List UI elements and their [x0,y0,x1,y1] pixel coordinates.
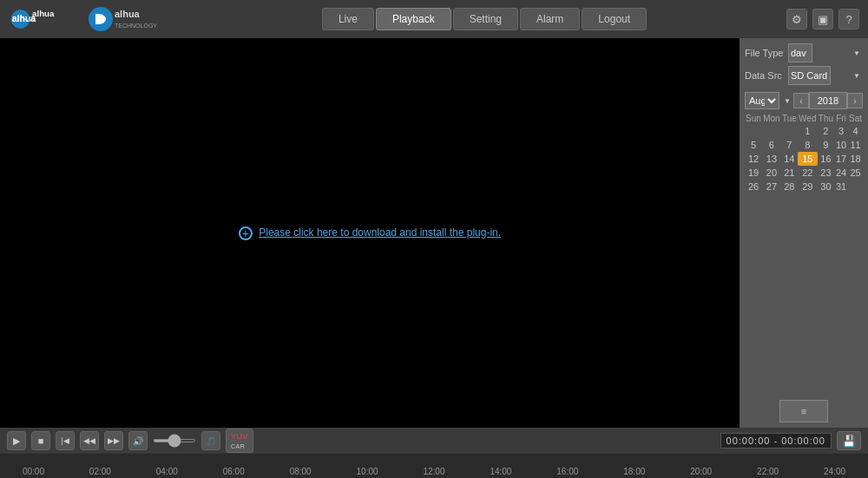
calendar-day-26[interactable]: 26 [745,180,762,193]
calendar-day-15[interactable]: 15 [798,152,818,166]
month-wrapper: AugJanFebMar AprMayJunJul SepOctNovDec [745,92,793,109]
calendar-day-1[interactable]: 1 [798,124,818,138]
play-button[interactable]: ▶ [7,431,26,450]
video-panel: + Please click here to download and inst… [0,38,740,428]
file-type-wrapper: dav mp4 [788,43,863,62]
stop-button[interactable]: ■ [31,431,50,450]
nav-logout[interactable]: Logout [582,8,647,30]
calendar-day-24[interactable]: 24 [834,166,848,180]
calendar-day-30[interactable]: 30 [818,180,834,193]
calendar-day-13[interactable]: 13 [762,152,781,166]
calendar-day-25[interactable]: 25 [848,166,863,180]
calendar-day-9[interactable]: 9 [818,138,834,152]
calendar-day-empty [848,180,863,193]
time-display: 00:00:00 - 00:00:00 [720,433,832,449]
calendar-day-21[interactable]: 21 [781,166,798,180]
logo-svg: alhua alhua alhua Dahua [9,5,87,33]
file-type-select[interactable]: dav mp4 [788,43,812,62]
calendar-day-14[interactable]: 14 [781,152,798,166]
data-src-wrapper: SD Card Remote [788,66,863,85]
timeline-labels: 00:0002:0004:0006:0008:0010:0012:0014:00… [0,467,868,478]
right-panel: File Type dav mp4 Data Src SD Card Remot… [740,38,868,428]
nav-setting[interactable]: Setting [453,8,518,30]
file-type-row: File Type dav mp4 [745,43,863,62]
timeline-label-1800: 18:00 [601,467,667,476]
timeline-label-2200: 22:00 [734,467,801,476]
svg-text:TECHNOLOGY: TECHNOLOGY [115,23,157,29]
list-button[interactable]: ≡ [779,400,828,422]
timeline-label-2400: 24:00 [801,467,868,476]
timeline-label-0200: 02:00 [67,467,134,476]
timeline-label-0400: 04:00 [134,467,201,476]
calendar-day-6[interactable]: 6 [762,138,781,152]
timeline-label-1200: 12:00 [401,467,468,476]
calendar-day-5[interactable]: 5 [745,138,762,152]
weekday-sun: Sun [745,113,762,124]
timeline-label-0000: 00:00 [0,467,67,476]
timeline-label-0600: 06:00 [201,467,267,476]
calendar-day-12[interactable]: 12 [745,152,762,166]
help-icon[interactable]: ? [838,9,859,29]
gear-icon[interactable]: ⚙ [786,9,807,29]
svg-text:Dahua: Dahua [9,5,32,8]
volume-icon[interactable]: 🔊 [128,431,148,450]
file-type-label: File Type [745,48,785,58]
calendar-day-3[interactable]: 3 [834,124,848,138]
nav-playback[interactable]: Playback [376,8,451,30]
calendar-day-11[interactable]: 11 [848,138,863,152]
screen-icon[interactable]: ▣ [812,9,833,29]
calendar-day-empty [781,124,798,138]
next-month-button[interactable]: › [847,93,863,108]
weekday-tue: Tue [781,113,798,124]
plugin-icon: + [239,226,253,240]
nav-live[interactable]: Live [322,8,374,30]
brand-logo: alhua TECHNOLOGY [87,3,182,35]
calendar-day-2[interactable]: 2 [818,124,834,138]
calendar-day-31[interactable]: 31 [834,180,848,193]
timeline-bar[interactable]: 00:0002:0004:0006:0008:0010:0012:0014:00… [0,454,868,478]
save-button[interactable]: 💾 [837,431,861,450]
step-back-button[interactable]: |◀ [56,431,75,450]
calendar-day-20[interactable]: 20 [762,166,781,180]
nav-buttons: Live Playback Setting Alarm Logout [322,8,647,30]
control-bar: ▶ ■ |◀ ◀◀ ▶▶ 🔊 🎵 YUV CAR 00:00:00 - 00:0… [0,428,868,454]
nav-alarm[interactable]: Alarm [520,8,580,30]
data-src-select[interactable]: SD Card Remote [788,66,831,85]
audio-settings-icon[interactable]: 🎵 [201,431,220,450]
calendar-day-18[interactable]: 18 [848,152,863,166]
main-area: + Please click here to download and inst… [0,38,868,428]
calendar-body: 1234567891011121314151617181920212223242… [745,124,863,193]
calendar-day-10[interactable]: 10 [834,138,848,152]
weekday-sat: Sat [848,113,863,124]
prev-month-button[interactable]: ‹ [793,93,809,108]
calendar-day-17[interactable]: 17 [834,152,848,166]
plugin-message[interactable]: + Please click here to download and inst… [239,226,501,240]
calendar-day-7[interactable]: 7 [781,138,798,152]
weekday-mon: Mon [762,113,781,124]
data-src-row: Data Src SD Card Remote [745,66,863,85]
timeline-label-0800: 08:00 [267,467,334,476]
calendar-day-empty [762,124,781,138]
calendar-day-16[interactable]: 16 [818,152,834,166]
top-nav: alhua alhua alhua Dahua alhua TECHNOLOGY… [0,0,868,38]
calendar-day-27[interactable]: 27 [762,180,781,193]
calendar-day-4[interactable]: 4 [848,124,863,138]
year-input[interactable] [809,92,847,109]
prev-frame-button[interactable]: ◀◀ [80,431,99,450]
calendar-day-28[interactable]: 28 [781,180,798,193]
calendar: AugJanFebMar AprMayJunJul SepOctNovDec ‹… [745,92,863,193]
weekday-fri: Fri [834,113,848,124]
calendar-day-22[interactable]: 22 [798,166,818,180]
calendar-day-19[interactable]: 19 [745,166,762,180]
calendar-day-29[interactable]: 29 [798,180,818,193]
rec-badge: YUV CAR [226,429,253,453]
month-select[interactable]: AugJanFebMar AprMayJunJul SepOctNovDec [745,92,779,109]
timeline-label-1400: 14:00 [467,467,534,476]
volume-slider[interactable] [153,439,196,442]
top-icons: ⚙ ▣ ? [786,9,859,29]
weekday-thu: Thu [818,113,834,124]
data-src-label: Data Src [745,70,785,81]
next-frame-button[interactable]: ▶▶ [104,431,123,450]
calendar-day-23[interactable]: 23 [818,166,834,180]
calendar-day-8[interactable]: 8 [798,138,818,152]
